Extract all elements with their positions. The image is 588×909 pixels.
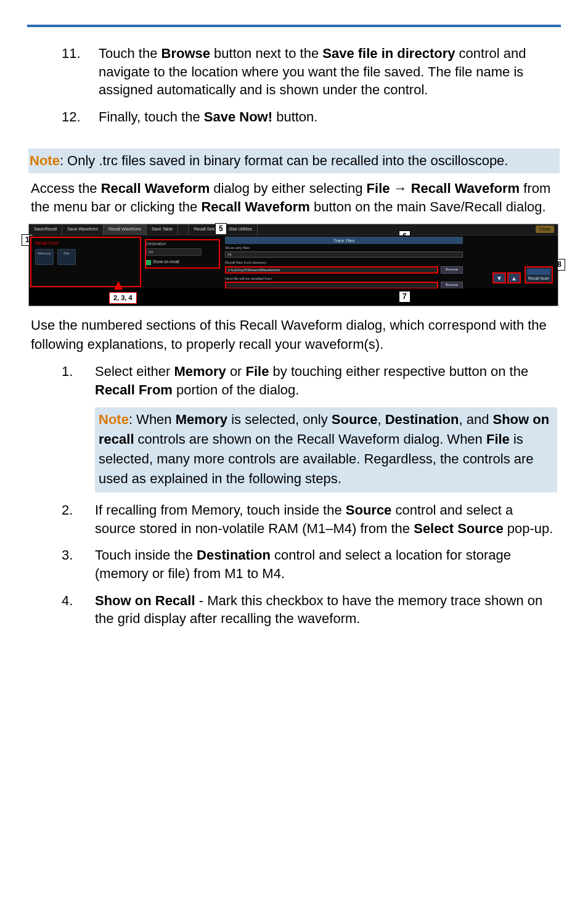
note-label: Note bbox=[99, 412, 129, 427]
note-label: Note bbox=[30, 153, 60, 168]
note-text: : When Memory is selected, only Source, … bbox=[99, 412, 549, 486]
tab-spacer bbox=[178, 224, 189, 235]
browse-dir-button[interactable]: Browse bbox=[441, 266, 463, 274]
step-text: Select either Memory or File by touching… bbox=[95, 362, 557, 399]
step-number: 11. bbox=[62, 44, 99, 99]
browse-next-button[interactable]: Browse bbox=[441, 282, 463, 289]
access-recall-paragraph: Access the Recall Waveform dialog by eit… bbox=[31, 179, 557, 217]
top-steps-list: 11. Touch the Browse button next to the … bbox=[31, 44, 557, 126]
substep-1: 1. Select either Memory or File by touch… bbox=[62, 362, 557, 399]
step-number: 4. bbox=[62, 592, 95, 628]
destination-panel: Destination M1 Show on recall bbox=[142, 235, 223, 288]
recall-now-icon bbox=[527, 269, 550, 275]
step-text: Touch the Browse button next to the Save… bbox=[99, 44, 557, 99]
tab-savewaveform[interactable]: Save Waveform bbox=[62, 224, 104, 235]
recall-now-button[interactable]: Recall Now! bbox=[525, 266, 553, 284]
recall-now-label: Recall Now! bbox=[528, 276, 550, 280]
step-text: Show on Recall - Mark this checkbox to h… bbox=[95, 592, 557, 628]
tab-saverecall[interactable]: Save/Recall bbox=[29, 224, 62, 235]
recall-dir-label: Recall files from directory bbox=[225, 260, 463, 265]
step-11: 11. Touch the Browse button next to the … bbox=[62, 44, 557, 99]
step-12: 12. Finally, touch the Save Now! button. bbox=[62, 108, 557, 126]
file-button[interactable]: File bbox=[57, 249, 76, 265]
next-arrow-button[interactable]: ▲ bbox=[507, 272, 521, 283]
show-on-recall-label: Show on recall bbox=[153, 259, 179, 265]
destination-field[interactable]: M1 bbox=[146, 248, 202, 256]
page-divider bbox=[27, 25, 561, 27]
use-numbered-paragraph: Use the numbered sections of this Recall… bbox=[31, 316, 557, 354]
note-text: : Only .trc files saved in binary format… bbox=[60, 153, 508, 168]
step-text: Touch inside the Destination control and… bbox=[95, 546, 557, 582]
tab-diskutilities[interactable]: Disk Utilities bbox=[224, 224, 258, 235]
show-on-recall-checkbox[interactable]: Show on recall bbox=[146, 259, 219, 265]
annotation-5: 5 bbox=[215, 223, 227, 234]
trace-files-header: Trace Files bbox=[333, 238, 354, 243]
step-number: 3. bbox=[62, 546, 95, 582]
prev-arrow-button[interactable]: ▼ bbox=[492, 272, 506, 283]
substep-2: 2. If recalling from Memory, touch insid… bbox=[62, 501, 557, 537]
note-trc-files: Note: Only .trc files saved in binary fo… bbox=[28, 149, 560, 173]
filter-field[interactable]: All bbox=[225, 251, 463, 258]
tab-savetable[interactable]: Save Table bbox=[147, 224, 179, 235]
sub-steps-list-cont: 2. If recalling from Memory, touch insid… bbox=[31, 501, 557, 628]
substep-3: 3. Touch inside the Destination control … bbox=[62, 546, 557, 582]
step-number: 1. bbox=[62, 362, 95, 399]
next-file-field[interactable] bbox=[225, 282, 438, 289]
checkbox-icon bbox=[146, 260, 151, 265]
recall-from-header: Recall From bbox=[35, 240, 136, 246]
tab-recallwaveform[interactable]: Recall Waveform bbox=[104, 224, 147, 235]
annotation-234: 2, 3, 4 bbox=[109, 292, 137, 304]
sub-steps-list: 1. Select either Memory or File by touch… bbox=[31, 362, 557, 399]
directory-field[interactable]: c:\LeCroy\XStream\Waveforms\ bbox=[225, 266, 438, 274]
close-button[interactable]: Close bbox=[536, 226, 554, 232]
next-file-label: Next file will be recalled from bbox=[225, 276, 463, 281]
annotation-234-arrow bbox=[114, 281, 123, 290]
step-text: Finally, touch the Save Now! button. bbox=[99, 108, 557, 126]
destination-label: Destination bbox=[146, 242, 219, 247]
step-number: 12. bbox=[62, 108, 99, 126]
action-panel: ▼ ▲ Recall Now! bbox=[465, 235, 558, 288]
annotation-7: 7 bbox=[399, 291, 410, 302]
step-text: If recalling from Memory, touch inside t… bbox=[95, 501, 557, 537]
recall-waveform-screenshot: 1 5 6 8 Save/Recall Save Waveform Recall… bbox=[28, 224, 558, 306]
memory-button[interactable]: Memory bbox=[35, 249, 54, 265]
show-only-label: Show only files bbox=[225, 245, 463, 250]
dialog-tabs: Save/Recall Save Waveform Recall Wavefor… bbox=[29, 224, 558, 235]
step-number: 2. bbox=[62, 501, 95, 537]
recall-from-panel: Recall From Memory File bbox=[30, 237, 141, 287]
trace-files-panel: Trace Files Show only files All Recall f… bbox=[223, 235, 465, 288]
substep-4: 4. Show on Recall - Mark this checkbox t… bbox=[62, 592, 557, 628]
note-memory-file: Note: When Memory is selected, only Sour… bbox=[95, 407, 557, 492]
screenshot-footer: 2, 3, 4 7 bbox=[29, 288, 558, 306]
